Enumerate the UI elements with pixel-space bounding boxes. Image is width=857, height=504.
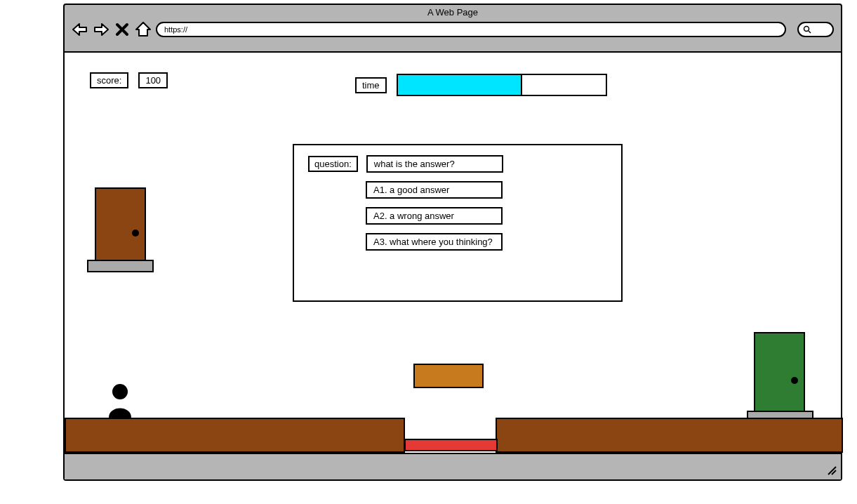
time-bar-fill — [398, 75, 523, 95]
time-display: time — [355, 74, 607, 96]
ground-bar — [65, 453, 841, 479]
answer-option-3[interactable]: A3. what where you thinking? — [366, 233, 503, 251]
score-label: score: — [90, 72, 128, 88]
question-text: what is the answer? — [366, 155, 503, 173]
hazard-pit — [404, 439, 498, 451]
url-input[interactable]: https:// — [156, 22, 786, 37]
browser-window: A Web Page https:// score: 100 time — [63, 4, 842, 481]
svg-point-0 — [804, 27, 809, 32]
answers-list: A1. a good answer A2. a wrong answer A3.… — [366, 181, 607, 251]
player-icon — [105, 383, 135, 422]
door-sill-left — [87, 260, 154, 272]
back-icon[interactable] — [72, 21, 88, 38]
score-display: score: 100 — [90, 72, 168, 88]
browser-toolbar: https:// — [65, 19, 841, 45]
door-knob-icon — [791, 377, 798, 384]
door-knob-icon — [132, 230, 139, 237]
score-value: 100 — [138, 72, 168, 88]
answer-option-2[interactable]: A2. a wrong answer — [366, 207, 503, 225]
time-label: time — [355, 77, 387, 93]
crate — [413, 364, 484, 388]
platform-right — [496, 418, 843, 453]
browser-title: A Web Page — [65, 5, 841, 19]
door-left[interactable] — [95, 187, 146, 261]
time-bar — [397, 74, 607, 96]
door-right[interactable] — [754, 332, 805, 412]
forward-icon[interactable] — [93, 21, 109, 38]
search-icon — [803, 25, 811, 34]
home-icon[interactable] — [135, 21, 152, 38]
platform-left — [65, 418, 405, 453]
resize-grip-icon[interactable] — [827, 465, 837, 475]
game-viewport: score: 100 time question: what is the an… — [65, 51, 841, 479]
svg-point-2 — [112, 384, 128, 399]
question-panel: question: what is the answer? A1. a good… — [293, 144, 623, 302]
search-box[interactable] — [797, 22, 834, 37]
answer-option-1[interactable]: A1. a good answer — [366, 181, 503, 199]
url-text: https:// — [164, 25, 187, 34]
svg-line-1 — [809, 31, 811, 33]
question-label: question: — [308, 156, 358, 172]
stop-icon[interactable] — [114, 21, 131, 38]
